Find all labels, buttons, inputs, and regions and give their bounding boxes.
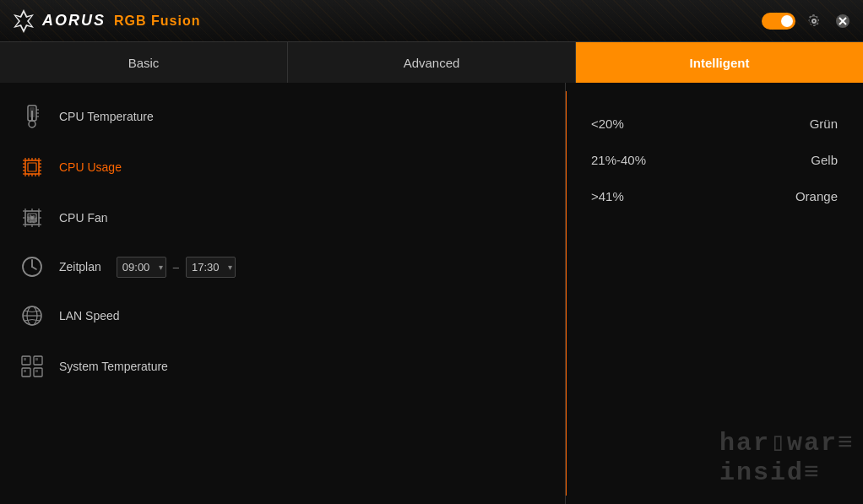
close-button[interactable] (833, 11, 853, 31)
time-dash: – (173, 261, 179, 274)
aorus-logo: AORUS (10, 8, 106, 35)
system-temp-label: System Temperature (59, 360, 168, 373)
start-time-select[interactable]: 09:00 08:00 10:00 (117, 257, 166, 278)
product-name-text: RGB Fusion (114, 14, 200, 29)
close-icon (835, 14, 850, 29)
logo-area: AORUS RGB Fusion (10, 8, 200, 35)
header-controls (762, 11, 853, 31)
color-3: Orange (770, 189, 838, 203)
svg-rect-13 (28, 163, 36, 171)
start-time-wrap: 09:00 08:00 10:00 (117, 257, 166, 278)
cpu-fan-label: CPU Fan (59, 211, 108, 225)
system-temp-icon (17, 351, 47, 382)
settings-button[interactable] (804, 11, 824, 31)
time-selects: 09:00 08:00 10:00 – 17:30 16:00 18:00 (117, 257, 236, 278)
watermark-text: har▯war≡ insid≡ (719, 429, 855, 487)
table-row: <20% Grün (591, 117, 838, 131)
right-panel: <20% Grün 21%-40% Gelb >41% Orange har▯w… (566, 83, 863, 504)
watermark-line1: har▯war≡ (719, 429, 855, 458)
cpu-temp-icon (17, 101, 47, 132)
aorus-brand-text: AORUS (42, 12, 106, 30)
svg-marker-1 (16, 13, 31, 30)
svg-rect-58 (35, 358, 38, 360)
tab-intelligent[interactable]: Intelligent (576, 42, 863, 83)
svg-point-48 (30, 216, 34, 219)
vertical-divider (566, 91, 567, 496)
system-temp-item[interactable]: System Temperature (0, 341, 565, 392)
table-row: 21%-40% Gelb (591, 153, 838, 167)
table-row: >41% Orange (591, 189, 838, 203)
zeitplan-icon (17, 252, 47, 282)
zeitplan-item: Zeitplan 09:00 08:00 10:00 – 17:30 16:00… (0, 243, 565, 290)
range-2: 21%-40% (591, 153, 667, 167)
gear-icon (806, 14, 822, 29)
cpu-usage-item[interactable]: CPU Usage (0, 142, 565, 192)
tab-bar: Basic Advanced Intelligent (0, 42, 863, 83)
lan-speed-item[interactable]: LAN Speed (0, 290, 565, 341)
cpu-temperature-item[interactable]: CPU Temperature (0, 91, 565, 142)
hardware-inside-watermark: har▯war≡ insid≡ (719, 429, 855, 487)
range-3: >41% (591, 189, 667, 203)
svg-line-51 (32, 267, 36, 269)
tab-advanced[interactable]: Advanced (288, 42, 576, 83)
cpu-usage-table: <20% Grün 21%-40% Gelb >41% Orange (591, 117, 838, 203)
power-toggle[interactable] (762, 13, 795, 30)
main-content: CPU Temperature (0, 83, 863, 504)
svg-rect-56 (24, 358, 26, 360)
color-2: Gelb (770, 153, 838, 167)
cpu-temp-label: CPU Temperature (59, 110, 154, 123)
left-panel: CPU Temperature (0, 83, 566, 504)
svg-rect-60 (24, 370, 26, 372)
cpu-fan-item[interactable]: CPU Fan (0, 192, 565, 243)
svg-rect-8 (31, 111, 33, 121)
zeitplan-label: Zeitplan (59, 260, 101, 274)
cpu-usage-icon (17, 152, 47, 182)
lan-speed-label: LAN Speed (59, 309, 120, 322)
range-1: <20% (591, 117, 667, 131)
svg-point-7 (29, 121, 35, 127)
cpu-fan-icon (17, 203, 47, 233)
app-header: AORUS RGB Fusion (0, 0, 863, 42)
color-1: Grün (770, 117, 838, 131)
end-time-wrap: 17:30 16:00 18:00 (186, 257, 236, 278)
tab-basic[interactable]: Basic (0, 42, 288, 83)
lan-icon (17, 301, 47, 331)
svg-rect-62 (35, 370, 38, 372)
watermark-line2: insid≡ (719, 458, 821, 487)
cpu-usage-label: CPU Usage (59, 160, 122, 174)
aorus-eagle-icon (10, 8, 37, 35)
end-time-select[interactable]: 17:30 16:00 18:00 (186, 257, 236, 278)
